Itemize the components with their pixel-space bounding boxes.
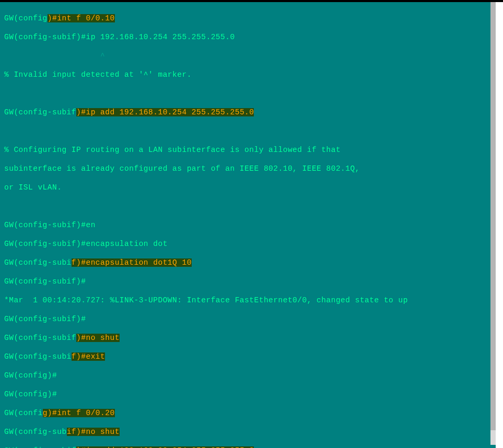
term-line: GW(config-subif)#exit xyxy=(4,352,486,361)
term-line: GW(config)# xyxy=(4,390,486,399)
term-line: GW(config-subif)#ip add 192.168.20.254 2… xyxy=(4,446,486,448)
prompt-text: GW(confi xyxy=(4,409,43,417)
prompt-text: GW(config xyxy=(4,14,48,22)
prompt-text: GW(config-subif xyxy=(4,108,76,116)
cmd-highlight: g)#int f 0/0.20 xyxy=(43,409,115,417)
terminal-output[interactable]: GW(config)#int f 0/0.10 GW(config-subif)… xyxy=(0,2,490,445)
term-line: *Mar 1 00:14:20.727: %LINK-3-UPDOWN: Int… xyxy=(4,296,486,305)
term-line: GW(config-subif)#ip add 192.168.10.254 2… xyxy=(4,108,486,117)
term-line: GW(config-subif)# xyxy=(4,314,486,324)
term-line: GW(config-subif)#no shut xyxy=(4,333,486,343)
term-line: GW(config)#int f 0/0.10 xyxy=(4,14,486,23)
prompt-text: GW(config-subi xyxy=(4,352,72,361)
term-line: GW(config-subif)#ip 192.168.10.254 255.2… xyxy=(4,32,486,42)
scrollbar-track[interactable] xyxy=(490,2,496,445)
prompt-text: GW(config-subif xyxy=(4,334,76,342)
term-line: ^ xyxy=(4,51,486,61)
term-line: % Invalid input detected at '^' marker. xyxy=(4,70,486,79)
prompt-text: GW(config-subi xyxy=(4,258,72,267)
term-line: GW(config-subif)#no shut xyxy=(4,427,486,437)
term-line: subinterface is already configured as pa… xyxy=(4,164,486,173)
term-line: or ISL vLAN. xyxy=(4,183,486,192)
term-line: GW(config)#int f 0/0.20 xyxy=(4,408,486,418)
cmd-highlight: f)#exit xyxy=(72,352,105,361)
cmd-highlight: )#ip add 192.168.10.254 255.255.255.0 xyxy=(76,108,254,116)
terminal-window: GW(config)#int f 0/0.10 GW(config-subif)… xyxy=(0,2,496,448)
cmd-highlight: if)#no shut xyxy=(67,428,120,436)
cmd-highlight: f)#encapsulation dot1Q 10 xyxy=(72,258,192,267)
term-line: GW(config-subif)# xyxy=(4,277,486,286)
term-line: GW(config-subif)#encapsulation dot1Q 10 xyxy=(4,258,486,267)
scrollbar-thumb[interactable] xyxy=(490,2,496,430)
term-line xyxy=(4,126,486,136)
prompt-text: GW(config-sub xyxy=(4,428,67,436)
term-line: GW(config-subif)#en xyxy=(4,220,486,230)
term-line: GW(config)# xyxy=(4,371,486,380)
cmd-highlight: )#no shut xyxy=(76,334,120,342)
term-line: % Configuring IP routing on a LAN subint… xyxy=(4,145,486,155)
term-line xyxy=(4,89,486,98)
term-line xyxy=(4,202,486,211)
cmd-highlight: )#int f 0/0.10 xyxy=(48,14,115,22)
term-line: GW(config-subif)#encapsulation dot xyxy=(4,239,486,249)
